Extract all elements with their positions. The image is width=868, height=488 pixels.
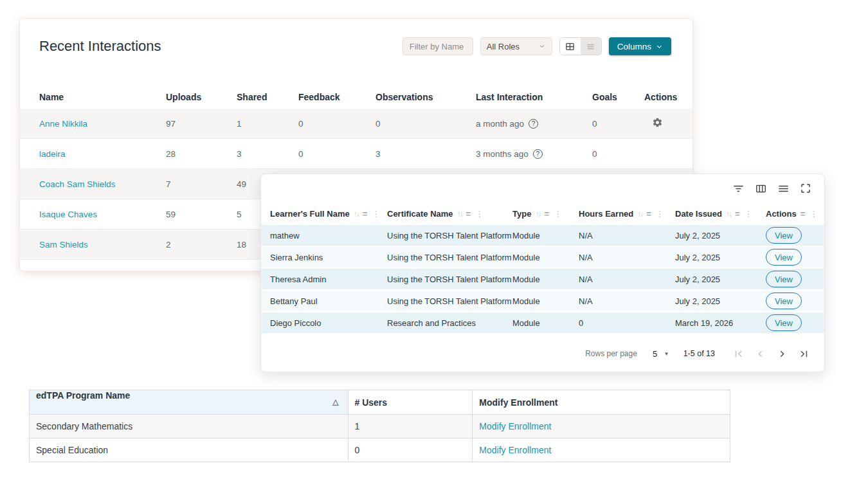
user-link[interactable]: Anne Nikkila [39, 119, 87, 129]
column-menu-icon[interactable]: ⋮ [372, 209, 380, 219]
list-icon [586, 42, 595, 51]
dashboard-page: { "glyphs": { "sort": "↑↓", "filter_eq":… [0, 0, 868, 488]
pagination-nav [730, 346, 811, 361]
hours-value: N/A [579, 296, 675, 306]
table-row: Special Education 0 Modify Enrollment [30, 438, 730, 462]
roles-select-value: All Roles [487, 42, 520, 51]
col-header-label: Learner's Full Name [270, 209, 350, 219]
certificate-name: Using the TORSH Talent Platform [387, 296, 512, 306]
date-value: July 2, 2025 [675, 231, 766, 240]
col-header-learner[interactable]: Learner's Full Name ↑↓ = ⋮ [270, 209, 387, 219]
user-link[interactable]: Sam Shields [39, 240, 88, 249]
hours-value: N/A [579, 275, 675, 284]
column-menu-icon[interactable]: ⋮ [475, 209, 484, 219]
user-link[interactable]: Isaque Chaves [39, 210, 97, 219]
type-value: Module [512, 231, 579, 240]
grid-toolbar [261, 174, 824, 203]
first-page-icon[interactable] [730, 346, 746, 361]
last-interaction-value: 3 months ago [476, 149, 529, 159]
sort-icon[interactable]: ↑↓ [726, 210, 731, 219]
sort-icon[interactable]: ↑↓ [354, 210, 359, 219]
settings-gear-icon[interactable] [652, 117, 663, 128]
column-menu-icon[interactable]: ⋮ [745, 209, 753, 219]
users-count: 1 [348, 415, 473, 438]
col-header-label: edTPA Program Name [36, 390, 130, 401]
interactions-header-row: Name Uploads Shared Feedback Observation… [20, 86, 692, 109]
chevron-down-icon [538, 42, 546, 50]
view-columns-icon[interactable] [752, 180, 769, 197]
view-button[interactable]: View [766, 249, 802, 266]
rows-per-page-label: Rows per page [585, 349, 637, 358]
type-value: Module [512, 318, 579, 328]
col-header-label: Actions [766, 209, 797, 219]
col-header-feedback: Feedback [298, 92, 375, 102]
col-header-name: Name [39, 92, 166, 102]
previous-page-icon[interactable] [752, 346, 768, 361]
columns-button-label: Columns [617, 42, 651, 51]
help-icon[interactable]: ? [529, 119, 538, 129]
col-header-type[interactable]: Type ↑↓ = ⋮ [512, 209, 579, 219]
roles-select[interactable]: All Roles [480, 37, 552, 55]
page-title: Recent Interactions [39, 38, 161, 55]
col-header-grid-actions[interactable]: Actions = ⋮ [766, 209, 818, 219]
sort-icon[interactable]: ↑↓ [535, 210, 540, 219]
sort-icon[interactable]: ↑↓ [637, 210, 642, 219]
date-value: July 2, 2025 [675, 253, 766, 262]
view-button[interactable]: View [766, 271, 802, 287]
col-header-observations: Observations [375, 92, 476, 102]
hours-value: 0 [579, 318, 675, 328]
table-row: Anne Nikkila 97 1 0 0 a month ago ? 0 [20, 109, 692, 139]
next-page-icon[interactable] [774, 346, 790, 361]
help-icon[interactable]: ? [533, 149, 543, 159]
view-button[interactable]: View [766, 293, 802, 309]
col-header-edtpa-program[interactable]: edTPA Program Name △ [30, 390, 348, 415]
type-value: Module [512, 275, 579, 284]
filter-equals-icon[interactable]: = [735, 209, 740, 219]
rows-per-page-value: 5 [653, 349, 657, 359]
rows-per-page-select[interactable]: 5 ▾ [653, 349, 668, 359]
learner-name: Theresa Admin [270, 275, 387, 284]
col-header-date[interactable]: Date Issued ↑↓ = ⋮ [675, 209, 766, 219]
col-header-hours[interactable]: Hours Earned ↑↓ = ⋮ [579, 209, 675, 219]
user-link[interactable]: ladeira [39, 149, 66, 159]
columns-button[interactable]: Columns [609, 37, 671, 55]
learner-name: Diego Piccolo [270, 318, 387, 328]
filter-equals-icon[interactable]: = [646, 209, 651, 219]
filter-equals-icon[interactable]: = [800, 209, 806, 219]
last-page-icon[interactable] [796, 346, 811, 361]
program-name: Secondary Mathematics [30, 415, 348, 438]
view-button[interactable]: View [766, 314, 802, 331]
observations-value: 3 [375, 149, 476, 159]
density-icon[interactable] [775, 180, 791, 197]
filter-equals-icon[interactable]: = [363, 209, 368, 219]
modify-enrollment-link[interactable]: Modify Enrollment [479, 445, 551, 455]
user-link[interactable]: Coach Sam Shields [39, 179, 116, 189]
filter-equals-icon[interactable]: = [544, 209, 549, 219]
grid-icon [565, 41, 575, 52]
certificate-name: Using the TORSH Talent Platform [387, 231, 512, 240]
certificate-name: Using the TORSH Talent Platform [387, 253, 512, 262]
col-header-label: Certificate Name [387, 209, 453, 219]
last-interaction-value: a month ago [476, 119, 524, 129]
filter-by-name-input[interactable] [402, 37, 473, 55]
col-header-modify-enrollment: Modify Enrollment [473, 390, 730, 415]
chevron-down-icon [656, 43, 663, 50]
col-header-certificate[interactable]: Certificate Name ↑↓ = ⋮ [387, 209, 512, 219]
learner-name: Sierra Jenkins [270, 253, 387, 262]
sort-icon[interactable]: ↑↓ [457, 210, 462, 219]
column-menu-icon[interactable]: ⋮ [656, 209, 664, 219]
list-view-button[interactable] [581, 38, 601, 55]
filter-icon[interactable] [730, 180, 746, 197]
view-button[interactable]: View [766, 227, 802, 244]
column-menu-icon[interactable]: ⋮ [554, 209, 562, 219]
certificate-name: Using the TORSH Talent Platform [387, 275, 512, 284]
caret-down-icon: ▾ [665, 350, 668, 357]
col-header-label: Type [512, 209, 531, 219]
modify-enrollment-link[interactable]: Modify Enrollment [479, 421, 551, 431]
grid-view-button[interactable] [560, 38, 581, 55]
shared-value: 1 [237, 119, 298, 129]
date-value: July 2, 2025 [675, 275, 766, 284]
filter-equals-icon[interactable]: = [466, 209, 471, 219]
column-menu-icon[interactable]: ⋮ [809, 209, 818, 219]
fullscreen-icon[interactable] [797, 180, 814, 197]
